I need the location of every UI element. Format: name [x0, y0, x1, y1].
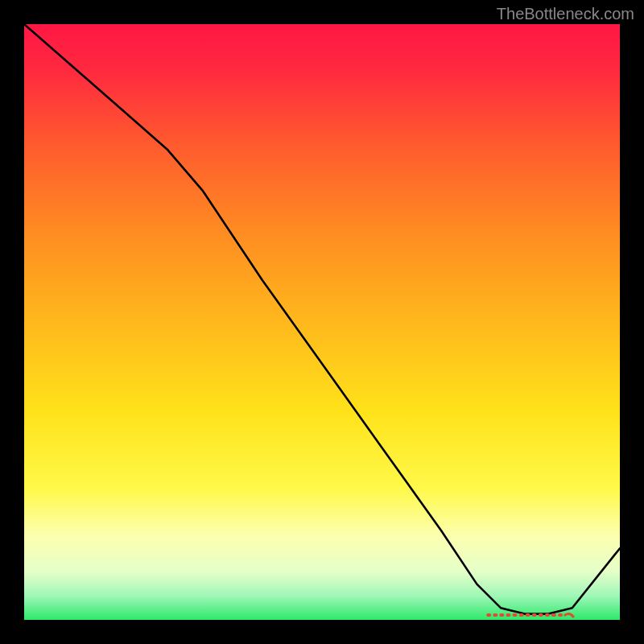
watermark: TheBottleneck.com [497, 5, 634, 23]
gradient-rect [24, 24, 620, 620]
watermark-text: TheBottleneck.com [497, 5, 634, 23]
background-gradient [24, 24, 620, 620]
plot-area [24, 24, 620, 620]
chart-frame: TheBottleneck.com [0, 0, 644, 644]
